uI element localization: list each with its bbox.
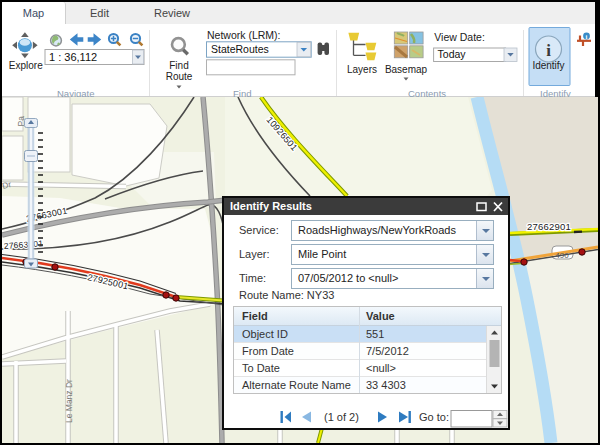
- svg-text:Layers: Layers: [347, 64, 377, 75]
- svg-text:27662901: 27662901: [527, 221, 571, 232]
- svg-text:Network (LRM):: Network (LRM):: [207, 29, 281, 41]
- svg-text:Go to:: Go to:: [419, 411, 449, 423]
- svg-text:i: i: [586, 33, 588, 40]
- svg-text:1 : 36,112: 1 : 36,112: [49, 51, 97, 63]
- svg-text:Explore: Explore: [9, 60, 43, 71]
- svg-text:Identify: Identify: [532, 60, 564, 71]
- svg-text:Basemap: Basemap: [385, 64, 428, 75]
- svg-text:(1 of 2): (1 of 2): [324, 411, 359, 423]
- svg-text:Route: Route: [166, 71, 193, 82]
- svg-text:StateRoutes: StateRoutes: [211, 43, 269, 55]
- svg-text:i: i: [546, 41, 551, 60]
- svg-text:Today: Today: [438, 48, 467, 60]
- svg-text:Le Manz Dr: Le Manz Dr: [64, 379, 74, 423]
- svg-text:View Date:: View Date:: [434, 31, 485, 43]
- svg-text:490: 490: [555, 251, 569, 260]
- svg-text:Find: Find: [169, 60, 188, 71]
